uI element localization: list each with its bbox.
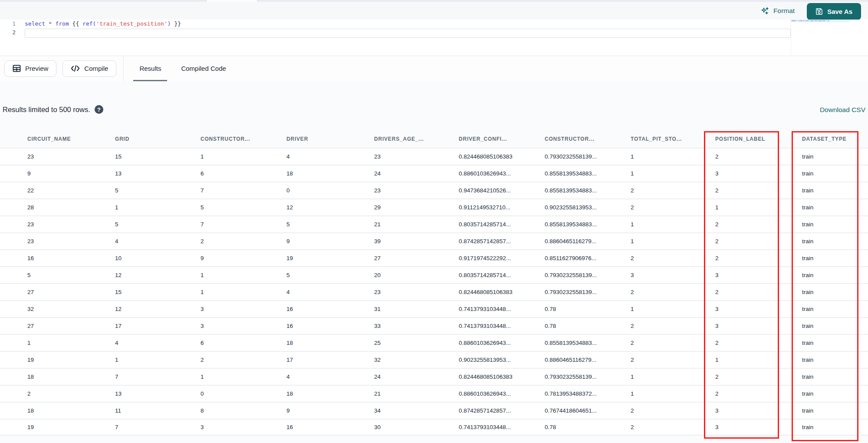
table-cell: 0.8558139534883... (545, 340, 631, 346)
table-cell: 29 (374, 204, 459, 211)
tab-results[interactable]: Results (133, 56, 167, 81)
table-cell: 2 (201, 357, 286, 363)
table-cell: 2 (631, 187, 715, 194)
table-cell: 0.9171974522292... (459, 255, 545, 261)
table-cell: 22 (27, 187, 115, 194)
table-row: 1610919270.9171974522292...0.85116279069… (0, 249, 868, 266)
table-row: 913618240.8860103626943...0.855813953488… (0, 165, 868, 182)
results-meta: Results limited to 500 rows. ? Download … (0, 81, 868, 130)
table-cell: 4 (115, 238, 201, 245)
table-row: 3212316310.7413793103448...0.7813train (0, 300, 868, 317)
table-cell: 3 (715, 272, 802, 278)
line-number: 1 (0, 20, 21, 28)
table-row: 22570230.9473684210526...0.8558139534883… (0, 182, 868, 198)
code-line-1[interactable]: select * from {{ ref('train_test_positio… (25, 20, 791, 28)
editor-minimap[interactable]: select * from {{ ref('train_test_positio… (791, 20, 850, 55)
table-cell: 5 (201, 204, 286, 211)
table-cell: 17 (115, 323, 201, 329)
table-cell: 0.9112149532710... (459, 204, 545, 211)
table-cell: 3 (201, 424, 286, 430)
table-cell: 3 (715, 407, 802, 414)
format-button[interactable]: Format (761, 7, 795, 15)
table-cell: 13 (115, 170, 201, 177)
table-cell: 34 (374, 407, 459, 414)
table-cell: train (802, 340, 868, 346)
format-label: Format (773, 7, 795, 15)
table-row: 2717316330.7413793103448...0.7823train (0, 317, 868, 334)
table-cell: 0.8860103626943... (459, 340, 545, 346)
table-cell: 6 (201, 170, 286, 177)
table-cell: 1 (631, 374, 715, 380)
table-cell: train (802, 407, 868, 414)
table-cell: 0.8558139534883... (545, 170, 631, 177)
table-cell: 30 (374, 424, 459, 430)
table-cell: 2 (631, 323, 715, 329)
table-cell: 0.8860465116279... (545, 357, 631, 363)
table-cell: 23 (27, 221, 115, 228)
code-token (45, 20, 49, 27)
table-cell: 18 (27, 407, 115, 414)
table-cell: 3 (201, 323, 286, 329)
table-cell: 18 (286, 390, 374, 397)
table-cell: 23 (374, 187, 459, 194)
table-header-row: CIRCUIT_NAMEGRIDCONSTRUCTOR...DRIVERDRIV… (0, 130, 868, 148)
table-cell: 21 (374, 390, 459, 397)
table-cell: 1 (631, 170, 715, 177)
table-cell: 7 (201, 187, 286, 194)
table-cell: 27 (27, 289, 115, 295)
table-cell: 0.8035714285714... (459, 221, 545, 228)
header-cell: GRID (115, 136, 201, 142)
compile-label: Compile (84, 65, 108, 72)
table-body: 231514230.8244680851063830.7930232558139… (0, 148, 868, 436)
table-cell: 2 (631, 204, 715, 211)
table-cell: train (802, 306, 868, 312)
header-cell: DRIVER (286, 136, 374, 142)
table-cell: 2 (715, 374, 802, 380)
table-cell: 1 (115, 357, 201, 363)
table-cell: train (802, 238, 868, 245)
table-cell: 0.824468085106383 (459, 153, 545, 160)
tab-compiled-code[interactable]: Compiled Code (175, 56, 232, 81)
table-cell: 5 (286, 272, 374, 278)
table-cell: 0.7930232558139... (545, 272, 631, 278)
preview-button[interactable]: Preview (4, 60, 56, 77)
table-cell: 0 (286, 187, 374, 194)
results-table: CIRCUIT_NAMEGRIDCONSTRUCTOR...DRIVERDRIV… (0, 130, 868, 443)
header-cell: CONSTRUCTOR... (201, 136, 286, 142)
sql-editor[interactable]: 12 select * from {{ ref('train_test_posi… (0, 20, 868, 56)
table-cell: 0.7413793103448... (459, 424, 545, 430)
table-cell: 2 (631, 255, 715, 261)
table-row: 191217320.9023255813953...0.886046511627… (0, 351, 868, 368)
table-cell: 5 (115, 221, 201, 228)
table-cell: 0.8860465116279... (545, 238, 631, 245)
compile-button[interactable]: Compile (62, 60, 116, 77)
table-cell: 10 (115, 255, 201, 261)
table-cell: 2 (201, 238, 286, 245)
table-cell: 7 (201, 221, 286, 228)
table-cell: 5 (286, 221, 374, 228)
table-cell: 2 (715, 221, 802, 228)
table-cell: 9 (201, 255, 286, 261)
table-cell: 0.824468085106383 (459, 289, 545, 295)
table-cell: 16 (27, 255, 115, 261)
download-csv-link[interactable]: Download CSV (820, 106, 865, 114)
header-cell: DATASET_TYPE (802, 136, 868, 142)
table-cell: 32 (374, 357, 459, 363)
table-cell: 12 (115, 306, 201, 312)
table-cell: 2 (715, 238, 802, 245)
table-cell: 7 (115, 374, 201, 380)
table-cell: 3 (715, 424, 802, 430)
header-cell: CIRCUIT_NAME (27, 136, 115, 142)
save-as-button[interactable]: Save As (807, 3, 861, 20)
help-icon[interactable]: ? (95, 105, 103, 114)
code-token: }} (171, 20, 181, 27)
table-cell: 1 (201, 153, 286, 160)
table-row: 23575210.8035714285714...0.8558139534883… (0, 215, 868, 232)
table-cell: 4 (115, 340, 201, 346)
header-cell: CONSTRUCTOR... (545, 136, 631, 142)
table-cell: 18 (286, 340, 374, 346)
table-cell: train (802, 374, 868, 380)
table-cell: 16 (286, 306, 374, 312)
table-cell: 0.8511627906976... (545, 255, 631, 261)
code-token: 'train_test_position' (96, 20, 167, 27)
